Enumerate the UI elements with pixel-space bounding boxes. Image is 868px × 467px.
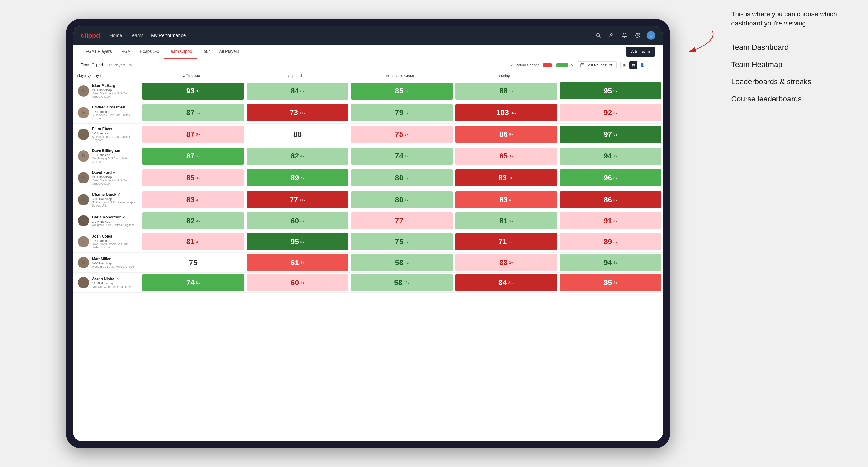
tab-teamclippd[interactable]: Team Clippd: [164, 45, 197, 59]
score-cell-8-1: 613: [245, 253, 349, 273]
table-row[interactable]: BBlair McHargPlus HandicapRoyal North De…: [73, 80, 663, 102]
nav-link-myperformance[interactable]: My Performance: [151, 32, 186, 39]
score-cell-4-1: 897: [245, 167, 349, 189]
player-name-3: Dave Billingham: [92, 149, 136, 153]
table-row[interactable]: JJosh Coles1-5 HandicapRoyal North Devon…: [73, 231, 663, 253]
score-cell-2-1: 88: [245, 124, 349, 145]
score-cell-1-4: 923: [559, 102, 663, 124]
table-row[interactable]: CCharlie Quick ✓6-10 HandicapSt. George'…: [73, 189, 663, 211]
edit-icon[interactable]: ✎: [129, 63, 132, 67]
annotation-item-2: Team Heatmap: [731, 59, 854, 70]
score-cell-1-1: 7311: [245, 102, 349, 124]
score-value-4-3: 83: [498, 174, 507, 182]
score-change-1-2: 9: [405, 111, 409, 115]
bell-icon[interactable]: [620, 31, 629, 40]
nav-link-home[interactable]: Home: [110, 32, 122, 39]
player-cell-6: CChris Robertson ✓1-5 HandicapCraigmilla…: [73, 211, 141, 231]
table-row[interactable]: DDavid Ford ✓Plus HandicapRoyal North De…: [73, 167, 663, 189]
score-cell-3-3: 853: [454, 145, 558, 167]
score-cell-4-3: 8310: [454, 167, 558, 189]
table-row[interactable]: DDave Billingham1-5 HandicapGog Magog Go…: [73, 145, 663, 167]
player-cell-4: DDavid Ford ✓Plus HandicapRoyal North De…: [73, 167, 141, 189]
last-rounds-button[interactable]: Last Rounds: 20: [577, 61, 617, 69]
score-change-5-3: 6: [509, 198, 513, 201]
tab-hcaps[interactable]: Hcaps 1-5: [135, 45, 164, 59]
col-header-tee: Off the Tee —: [141, 71, 245, 80]
player-name-8: Matt Miller: [92, 257, 136, 261]
team-name: Team Clippd: [81, 63, 103, 67]
view-grid-icon[interactable]: ⊞: [620, 61, 628, 69]
score-change-3-3: 3: [509, 154, 513, 158]
score-cell-2-4: 975: [559, 124, 663, 145]
player-cell-9: AAaron Nicholls11-15 HandicapDrift Golf …: [73, 273, 141, 293]
table-body: BBlair McHargPlus HandicapRoyal North De…: [73, 80, 663, 293]
score-cell-5-3: 836: [454, 189, 558, 211]
score-change-7-2: 2: [405, 240, 409, 244]
table-row[interactable]: EElliot Ebert1-5 HandicapSunningdale Gol…: [73, 124, 663, 145]
tab-allplayers[interactable]: All Players: [215, 45, 244, 59]
last-rounds-value: 20: [609, 63, 613, 67]
table-row[interactable]: EEdward Crossman1-5 HandicapSunningdale …: [73, 102, 663, 124]
score-box-6-1: 602: [247, 212, 348, 229]
score-cell-9-2: 5810: [350, 273, 454, 293]
view-heatmap-icon[interactable]: ▦: [629, 61, 637, 69]
tab-pga[interactable]: PGA: [117, 45, 135, 59]
view-person-icon[interactable]: 👤: [638, 61, 646, 69]
score-value-9-4: 85: [603, 278, 612, 287]
score-box-4-2: 803: [351, 169, 453, 186]
sub-nav-tabs: PGAT Players PGA Hcaps 1-5 Team Clippd T…: [81, 45, 244, 59]
player-avatar-6: C: [78, 215, 89, 226]
table-row[interactable]: CChris Robertson ✓1-5 HandicapCraigmilla…: [73, 211, 663, 231]
player-name-9: Aaron Nicholls: [92, 277, 131, 281]
nav-links: Home Teams My Performance: [110, 32, 594, 39]
score-box-6-2: 773: [351, 212, 453, 229]
score-value-2-2: 75: [395, 130, 403, 139]
tab-tour[interactable]: Tour: [197, 45, 214, 59]
score-change-2-3: 6: [509, 132, 513, 136]
score-value-1-0: 87: [186, 108, 195, 117]
tab-pgat[interactable]: PGAT Players: [81, 45, 117, 59]
score-change-3-4: 1: [614, 154, 618, 158]
score-cell-0-2: 858: [350, 80, 454, 102]
round-change-label: 20 Round Change: [511, 63, 539, 67]
score-change-4-1: 7: [301, 176, 305, 180]
add-team-button[interactable]: Add Team: [626, 47, 655, 57]
score-change-1-1: 11: [300, 111, 305, 115]
score-box-1-4: 923: [560, 104, 661, 121]
score-change-9-4: 4: [614, 281, 618, 284]
score-change-9-1: 1: [301, 281, 305, 284]
score-change-7-0: 3: [196, 240, 200, 244]
score-change-8-3: 2: [509, 261, 513, 264]
user-avatar[interactable]: U: [647, 31, 655, 40]
player-club-2: Sunningdale Golf Club, United Kingdom: [92, 135, 136, 142]
table-row[interactable]: MMatt Miller6-10 HandicapWoburn Golf Clu…: [73, 253, 663, 273]
search-icon[interactable]: [594, 31, 602, 40]
score-cell-9-1: 601: [245, 273, 349, 293]
score-box-8-1: 613: [247, 254, 348, 271]
user-icon[interactable]: [607, 31, 616, 40]
score-value-1-2: 79: [395, 108, 403, 117]
player-name-0: Blair McHarg: [92, 84, 136, 88]
view-download-icon[interactable]: ↓: [647, 61, 655, 69]
score-box-4-0: 853: [143, 169, 244, 186]
score-box-7-0: 813: [143, 233, 244, 250]
data-table: Player Quality ↑ Off the Tee — Approach …: [73, 71, 663, 293]
player-avatar-8: M: [78, 257, 89, 268]
score-cell-5-1: 7714: [245, 189, 349, 211]
player-cell-1: EEdward Crossman1-5 HandicapSunningdale …: [73, 102, 141, 124]
table-row[interactable]: AAaron Nicholls11-15 HandicapDrift Golf …: [73, 273, 663, 293]
player-handicap-5: 6-10 Handicap: [92, 197, 136, 201]
player-name-1: Edward Crossman: [92, 105, 136, 110]
bar-negative: [543, 63, 552, 67]
score-value-1-4: 92: [603, 108, 612, 117]
settings-icon[interactable]: [633, 31, 642, 40]
player-avatar-2: E: [78, 129, 89, 140]
player-cell-0: BBlair McHargPlus HandicapRoyal North De…: [73, 80, 141, 102]
svg-rect-5: [581, 64, 584, 67]
nav-link-teams[interactable]: Teams: [130, 32, 144, 39]
score-cell-8-2: 584: [350, 253, 454, 273]
score-value-5-4: 86: [603, 195, 612, 204]
score-box-2-0: 873: [143, 126, 244, 143]
score-box-8-3: 882: [456, 254, 557, 271]
score-cell-2-0: 873: [141, 124, 245, 145]
